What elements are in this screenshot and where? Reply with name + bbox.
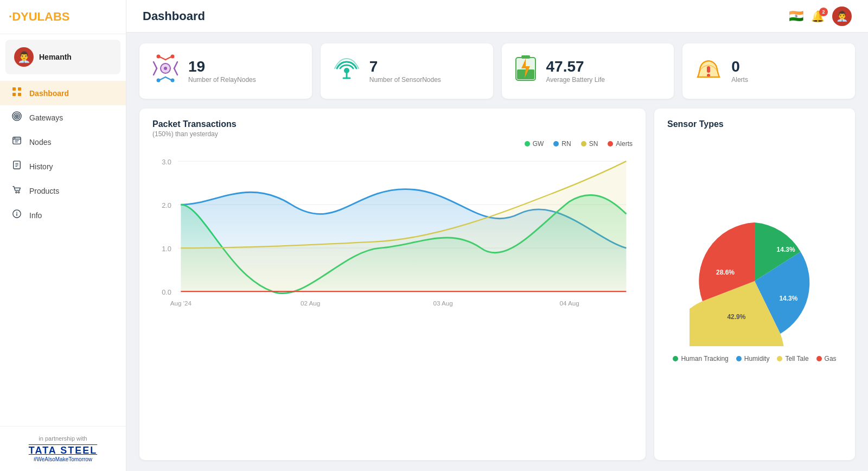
line-chart-svg: 3.0 2.0 1.0 0.0 (152, 152, 633, 326)
sidebar-item-label: Info (29, 211, 42, 220)
legend-dot-sn (581, 141, 586, 147)
stat-info: 19 Number of RelayNodes (188, 59, 256, 84)
svg-text:04 Aug: 04 Aug (559, 301, 579, 307)
svg-point-18 (18, 192, 20, 193)
stat-info: 47.57 Average Battery Life (546, 59, 605, 84)
sidebar-item-label: Products (29, 187, 59, 195)
stat-value: 0 (731, 59, 748, 75)
partnership-text: in partnership with (9, 435, 117, 442)
legend-rn: RN (553, 140, 571, 148)
sidebar-item-label: Gateways (29, 113, 63, 122)
products-icon (11, 184, 23, 197)
gateways-icon (11, 111, 23, 124)
notification-button[interactable]: 🔔 2 (811, 10, 825, 23)
stat-label: Average Battery Life (546, 76, 605, 84)
battery-icon (514, 54, 538, 88)
sidebar-item-products[interactable]: Products (0, 179, 126, 203)
svg-rect-0 (12, 87, 16, 91)
svg-text:14.3%: 14.3% (777, 246, 795, 253)
stat-card-sensor-nodes: 7 Number of SensorNodes (321, 43, 493, 99)
svg-text:Aug '24: Aug '24 (170, 301, 192, 307)
packet-transactions-card: Packet Transactions (150%) than yesterda… (139, 109, 646, 460)
svg-point-7 (16, 116, 18, 117)
sidebar-item-label: Dashboard (29, 89, 69, 98)
sidebar-item-dashboard[interactable]: Dashboard (0, 81, 126, 105)
legend-label-human-tracking: Human Tracking (681, 355, 728, 362)
info-icon (11, 209, 23, 221)
legend-gw: GW (525, 140, 544, 148)
legend-dot-tell-tale (777, 356, 782, 361)
stat-label: Alerts (731, 76, 748, 84)
sidebar-footer: in partnership with TATA STEEL #WeAlsoMa… (0, 426, 126, 471)
sidebar-nav: Dashboard Gateways (0, 78, 126, 426)
stat-info: 0 Alerts (731, 59, 748, 84)
svg-text:02 Aug: 02 Aug (301, 301, 320, 307)
legend-gas: Gas (816, 355, 837, 362)
svg-rect-43 (707, 66, 710, 73)
history-icon (11, 160, 23, 173)
charts-row: Packet Transactions (150%) than yesterda… (139, 109, 855, 460)
svg-line-32 (154, 62, 157, 68)
page-title: Dashboard (143, 9, 205, 23)
legend-dot-humidity (736, 356, 742, 361)
stat-value: 7 (369, 59, 441, 75)
stat-value: 19 (188, 59, 256, 75)
avatar: 👨‍💼 (14, 47, 34, 67)
legend-sn: SN (581, 140, 598, 148)
svg-text:2.0: 2.0 (162, 202, 171, 209)
sidebar-item-label: History (29, 162, 53, 171)
svg-rect-1 (18, 87, 21, 91)
sidebar-item-gateways[interactable]: Gateways (0, 105, 126, 130)
sidebar-item-info[interactable]: Info (0, 203, 126, 227)
svg-point-31 (171, 79, 175, 82)
dashboard-icon (11, 87, 23, 99)
svg-text:3.0: 3.0 (162, 158, 171, 166)
pie-chart-svg: 14.3% 14.3% 42.9% 28.6% (690, 216, 820, 346)
partner-logo: TATA STEEL (9, 445, 117, 456)
alerts-icon (694, 54, 723, 88)
svg-rect-2 (12, 93, 16, 96)
sidebar: ·DYULABS 👨‍💼 Hemanth Dashboard (0, 0, 126, 471)
svg-line-34 (174, 62, 177, 68)
pie-legend: Human Tracking Humidity Tell Tale G (673, 355, 836, 362)
svg-rect-40 (521, 55, 530, 59)
chart-subtitle: (150%) than yesterday (152, 130, 633, 138)
chart-legend: GW RN SN Alerts (152, 140, 633, 148)
svg-line-35 (174, 68, 177, 75)
sidebar-item-nodes[interactable]: Nodes (0, 130, 126, 154)
partner-tagline: #WeAlsoMakeTomorrow (9, 456, 117, 462)
svg-text:28.6%: 28.6% (716, 269, 735, 276)
svg-text:0.0: 0.0 (162, 289, 171, 296)
svg-point-20 (16, 212, 17, 213)
stats-row: 19 Number of RelayNodes (139, 43, 855, 99)
stat-value: 47.57 (546, 59, 605, 75)
svg-point-27 (171, 55, 175, 59)
legend-alerts: Alerts (608, 140, 633, 148)
relay-nodes-icon (151, 54, 180, 88)
svg-point-25 (157, 55, 161, 59)
legend-label-sn: SN (589, 140, 598, 148)
legend-label-tell-tale: Tell Tale (785, 355, 808, 362)
legend-dot-gas (816, 356, 822, 361)
svg-text:03 Aug: 03 Aug (433, 301, 453, 307)
chart-title: Packet Transactions (152, 119, 633, 129)
pie-chart-container: 14.3% 14.3% 42.9% 28.6% Human Tracking H… (667, 129, 842, 449)
sensor-types-title: Sensor Types (667, 119, 842, 129)
header-avatar[interactable]: 👨‍💼 (832, 7, 852, 26)
svg-point-23 (164, 67, 167, 70)
user-name: Hemanth (39, 53, 72, 61)
svg-rect-3 (18, 93, 21, 96)
svg-text:42.9%: 42.9% (727, 313, 745, 321)
sidebar-item-history[interactable]: History (0, 154, 126, 179)
stat-info: 7 Number of SensorNodes (369, 59, 441, 84)
stat-label: Number of SensorNodes (369, 76, 441, 84)
flag-icon: 🇮🇳 (789, 9, 803, 23)
sensor-types-card: Sensor Types 14.3% (654, 109, 855, 460)
legend-label-alerts: Alerts (616, 140, 633, 148)
legend-dot-rn (553, 141, 559, 147)
brand-logo: ·DYULABS (0, 0, 126, 34)
legend-human-tracking: Human Tracking (673, 355, 728, 362)
legend-label-gw: GW (533, 140, 544, 148)
legend-tell-tale: Tell Tale (777, 355, 808, 362)
svg-text:1.0: 1.0 (162, 245, 171, 253)
